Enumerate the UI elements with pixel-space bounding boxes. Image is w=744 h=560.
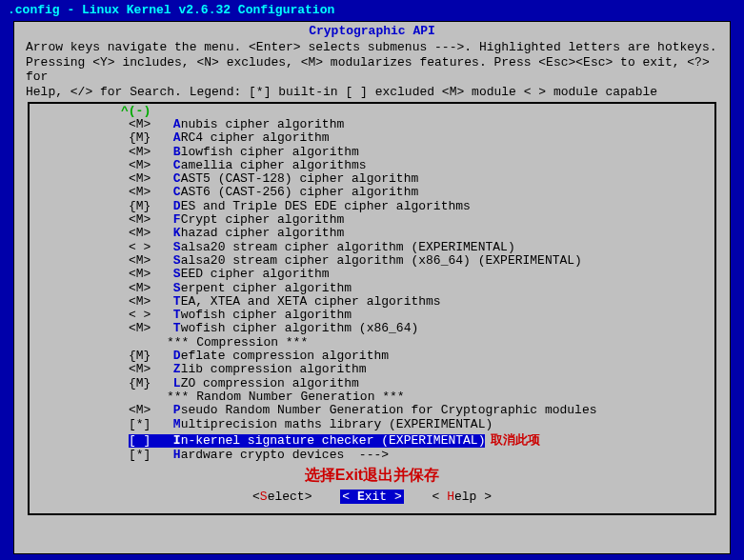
menu-item[interactable]: <M> TEA, XTEA and XETA cipher algorithms <box>30 295 714 309</box>
menu-item[interactable]: <M> SEED cipher algorithm <box>30 268 714 281</box>
help-text: Arrow keys navigate the menu. <Enter> se… <box>14 38 730 103</box>
help-line-2: Pressing <Y> includes, <N> excludes, <M>… <box>26 55 718 85</box>
exit-button[interactable]: < Exit > <box>340 490 403 504</box>
section-heading: Cryptographic API <box>14 22 730 38</box>
help-line-3: Help, </> for Search. Legend: [*] built-… <box>26 85 718 100</box>
menu-item[interactable]: <M> Serpent cipher algorithm <box>30 282 714 295</box>
menu-item[interactable]: <M> Khazad cipher algorithm <box>30 227 714 240</box>
menu-item[interactable]: <M> FCrypt cipher algorithm <box>30 213 714 227</box>
window-title: .config - Linux Kernel v2.6.32 Configura… <box>0 0 744 20</box>
menu-item[interactable]: {M} Deflate compression algorithm <box>30 350 714 363</box>
annotation-cancel-item: 取消此项 <box>485 432 540 447</box>
menu-frame: ^(-) <M> Anubis cipher algorithm{M} ARC4… <box>28 102 716 515</box>
select-button[interactable]: <Select> <box>251 490 313 504</box>
menu-item[interactable]: [*] Multiprecision maths library (EXPERI… <box>30 418 714 431</box>
menu-item[interactable]: {M} DES and Triple DES EDE cipher algori… <box>30 200 714 213</box>
menu-item[interactable]: <M> Camellia cipher algorithms <box>30 159 714 172</box>
menu-item[interactable]: < > Twofish cipher algorithm <box>30 309 714 322</box>
menu-item[interactable]: [*] Hardware crypto devices ---> <box>30 449 714 462</box>
config-dialog: Cryptographic API Arrow keys navigate th… <box>13 21 731 554</box>
menu-item[interactable]: <M> Zlib compression algorithm <box>30 363 714 376</box>
menu-item[interactable]: <M> CAST6 (CAST-256) cipher algorithm <box>30 186 714 199</box>
scroll-up-indicator: ^(-) <box>30 104 714 118</box>
menu-heading: *** Random Number Generation *** <box>30 390 714 404</box>
menu-item[interactable]: <M> Blowfish cipher algorithm <box>30 146 714 159</box>
help-button[interactable]: < Help > <box>431 490 493 504</box>
menu-item[interactable]: <M> CAST5 (CAST-128) cipher algorithm <box>30 172 714 186</box>
menu-item[interactable]: {M} LZO compression algorithm <box>30 377 714 390</box>
menu-list[interactable]: <M> Anubis cipher algorithm{M} ARC4 ciph… <box>30 118 714 462</box>
menu-item-selected[interactable]: [ ] In-kernel signature checker (EXPERIM… <box>129 434 485 448</box>
menu-heading: *** Compression *** <box>30 336 714 350</box>
menu-item[interactable]: <M> Anubis cipher algorithm <box>30 118 714 131</box>
menu-item[interactable]: < > Salsa20 stream cipher algorithm (EXP… <box>30 241 714 254</box>
menu-item[interactable]: {M} ARC4 cipher algorithm <box>30 131 714 145</box>
menu-item[interactable]: <M> Pseudo Random Number Generation for … <box>30 404 714 417</box>
help-line-1: Arrow keys navigate the menu. <Enter> se… <box>26 40 718 55</box>
menu-item[interactable]: <M> Salsa20 stream cipher algorithm (x86… <box>30 254 714 268</box>
annotation-exit-save: 选择Exit退出并保存 <box>30 462 714 486</box>
button-bar: <Select> < Exit > < Help > <box>30 486 714 504</box>
menu-item[interactable]: <M> Twofish cipher algorithm (x86_64) <box>30 322 714 335</box>
